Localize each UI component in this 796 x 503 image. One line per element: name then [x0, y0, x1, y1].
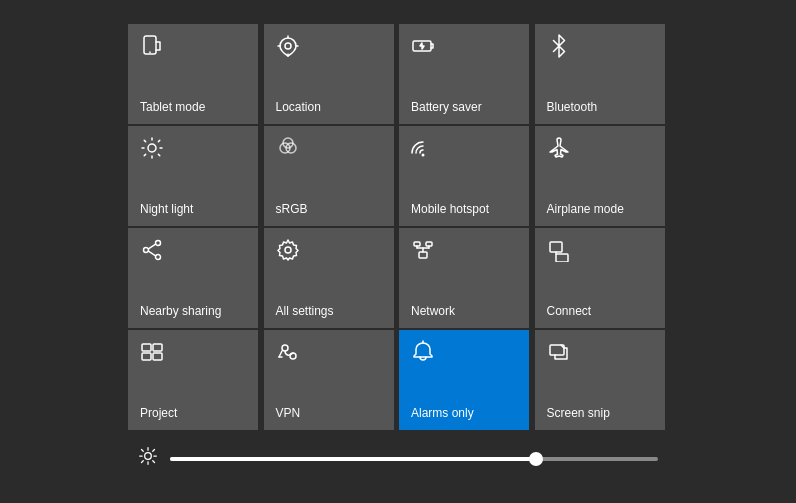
location-icon — [276, 34, 300, 62]
svg-line-48 — [153, 461, 155, 463]
connect-icon — [547, 238, 571, 266]
screen-snip-icon — [547, 340, 571, 368]
tile-night-light[interactable]: Night light — [128, 126, 258, 226]
tile-night-light-label: Night light — [140, 202, 193, 216]
tile-location[interactable]: Location — [264, 24, 394, 124]
svg-point-22 — [285, 247, 291, 253]
tile-all-settings-label: All settings — [276, 304, 334, 318]
brightness-slider-thumb — [529, 452, 543, 466]
tile-mobile-hotspot-label: Mobile hotspot — [411, 202, 489, 216]
tiles-grid: Tablet mode Location Battery saver Bluet… — [128, 24, 668, 430]
svg-point-37 — [282, 345, 288, 351]
tile-alarms-only-label: Alarms only — [411, 406, 474, 420]
svg-line-11 — [144, 154, 145, 155]
tile-battery-saver[interactable]: Battery saver — [399, 24, 529, 124]
tile-alarms-only[interactable]: Alarms only — [399, 330, 529, 430]
tile-screen-snip[interactable]: Screen snip — [535, 330, 665, 430]
svg-line-39 — [279, 351, 282, 357]
svg-line-47 — [142, 450, 144, 452]
alarms-only-icon — [411, 340, 435, 368]
quick-actions-panel: Tablet mode Location Battery saver Bluet… — [118, 14, 678, 489]
svg-point-44 — [145, 453, 152, 460]
network-icon — [411, 238, 435, 266]
svg-rect-35 — [142, 353, 151, 360]
nearby-sharing-icon — [140, 238, 164, 266]
bluetooth-icon — [547, 34, 571, 62]
tile-srgb[interactable]: sRGB — [264, 126, 394, 226]
tile-mobile-hotspot[interactable]: Mobile hotspot — [399, 126, 529, 226]
svg-line-52 — [153, 450, 155, 452]
tile-network-label: Network — [411, 304, 455, 318]
svg-rect-30 — [550, 242, 562, 252]
tile-bluetooth-label: Bluetooth — [547, 100, 598, 114]
mobile-hotspot-icon — [411, 136, 435, 164]
svg-rect-34 — [153, 344, 162, 351]
tile-airplane-mode[interactable]: Airplane mode — [535, 126, 665, 226]
brightness-control — [128, 430, 668, 479]
svg-line-7 — [144, 140, 145, 141]
tile-project[interactable]: Project — [128, 330, 258, 430]
tile-connect[interactable]: Connect — [535, 228, 665, 328]
svg-point-4 — [148, 144, 156, 152]
battery-saver-icon — [411, 34, 435, 62]
svg-line-12 — [158, 140, 159, 141]
tile-project-label: Project — [140, 406, 177, 420]
tile-connect-label: Connect — [547, 304, 592, 318]
svg-point-16 — [422, 154, 425, 157]
tile-all-settings[interactable]: All settings — [264, 228, 394, 328]
tile-nearby-sharing-label: Nearby sharing — [140, 304, 221, 318]
tile-srgb-label: sRGB — [276, 202, 308, 216]
night-light-icon — [140, 136, 164, 164]
project-icon — [140, 340, 164, 368]
svg-line-21 — [148, 251, 155, 256]
brightness-slider-fill — [170, 457, 536, 461]
svg-line-51 — [142, 461, 144, 463]
svg-rect-31 — [556, 254, 568, 262]
brightness-icon — [138, 446, 158, 471]
tile-vpn-label: VPN — [276, 406, 301, 420]
all-settings-icon — [276, 238, 300, 266]
tile-vpn[interactable]: VPN — [264, 330, 394, 430]
tile-location-label: Location — [276, 100, 321, 114]
svg-rect-36 — [153, 353, 162, 360]
svg-rect-33 — [142, 344, 151, 351]
svg-line-20 — [148, 244, 155, 249]
brightness-slider-track[interactable] — [170, 457, 658, 461]
svg-point-18 — [144, 248, 149, 253]
svg-point-17 — [156, 241, 161, 246]
tile-network[interactable]: Network — [399, 228, 529, 328]
tile-battery-saver-label: Battery saver — [411, 100, 482, 114]
svg-point-2 — [285, 43, 291, 49]
tile-bluetooth[interactable]: Bluetooth — [535, 24, 665, 124]
tablet-mode-icon — [140, 34, 164, 62]
airplane-mode-icon — [547, 136, 571, 164]
tile-nearby-sharing[interactable]: Nearby sharing — [128, 228, 258, 328]
tile-screen-snip-label: Screen snip — [547, 406, 610, 420]
svg-point-19 — [156, 255, 161, 260]
tile-tablet-mode-label: Tablet mode — [140, 100, 205, 114]
svg-line-8 — [158, 154, 159, 155]
svg-rect-23 — [419, 252, 427, 258]
tile-airplane-mode-label: Airplane mode — [547, 202, 624, 216]
srgb-icon — [276, 136, 300, 164]
vpn-icon — [276, 340, 300, 368]
tile-tablet-mode[interactable]: Tablet mode — [128, 24, 258, 124]
